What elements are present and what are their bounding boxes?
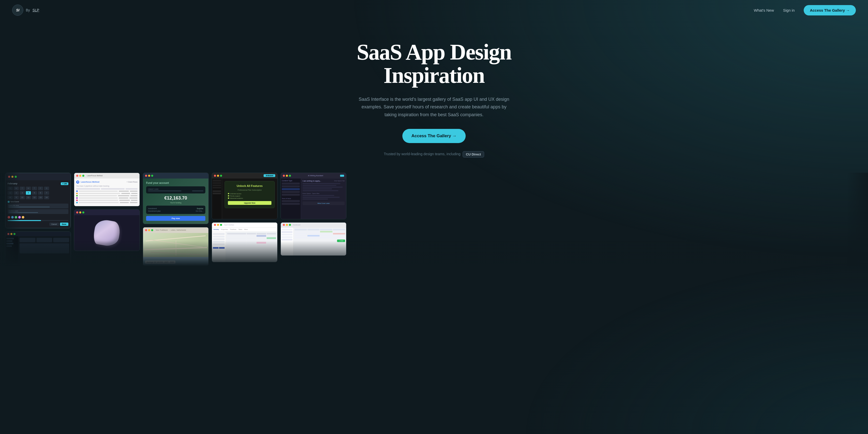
nav-links: What's New Sign in Access The Gallery → bbox=[754, 5, 856, 16]
navigation: SI By SLP What's New Sign in Access The … bbox=[0, 0, 868, 20]
hero-title: SaaS App Design Inspiration bbox=[320, 40, 548, 87]
screenshot-dark-dash bbox=[5, 231, 71, 265]
slp-link[interactable]: SLP bbox=[32, 8, 39, 12]
nav-access-gallery-button[interactable]: Access The Gallery → bbox=[804, 5, 856, 16]
trusted-brand-badge: CU Direct bbox=[463, 151, 484, 157]
screenshot-col-4: Artboard bbox=[212, 173, 278, 262]
screenshot-col-2: LaserFocus Method Laserfocus Method + Gr… bbox=[74, 173, 140, 251]
screenshot-map: New Trailblazer → Lübec, Netherlands bbox=[143, 227, 209, 266]
sign-in-link[interactable]: Sign in bbox=[783, 8, 795, 12]
screenshot-fund-account: Fund your account CREDIT CARD €12,163. bbox=[143, 173, 209, 224]
trusted-label: Trusted by world-leading design teams, i… bbox=[384, 152, 461, 156]
logo-icon: SI bbox=[12, 5, 23, 16]
screenshot-artboard-unlock: Artboard bbox=[212, 173, 278, 219]
screenshot-3d-shape bbox=[74, 209, 140, 251]
screenshots-wrapper: February + 140 S M T W T F S bbox=[0, 173, 868, 266]
screenshot-saas-dashboard: SaaS Interface Activity Properties Timel… bbox=[212, 222, 278, 262]
hero-access-gallery-button[interactable]: Access The Gallery → bbox=[402, 129, 466, 143]
screenshot-col-5: AI Writing Assistant Content Type bbox=[281, 173, 346, 256]
screenshot-ai-writing: AI Writing Assistant Content Type bbox=[281, 173, 346, 219]
hero-subtitle: SaaS Interface is the world's largest ga… bbox=[358, 95, 510, 119]
window-dot-yellow bbox=[11, 176, 13, 178]
screenshot-calendar: February + 140 S M T W T F S bbox=[5, 173, 71, 228]
screenshots-grid: February + 140 S M T W T F S bbox=[0, 173, 868, 266]
screenshot-col-3: Fund your account CREDIT CARD €12,163. bbox=[143, 173, 209, 266]
screenshot-laserfocus: LaserFocus Method Laserfocus Method + Gr… bbox=[74, 173, 140, 206]
unlock-all-features-text: Unlock All Features bbox=[228, 184, 272, 188]
window-dot-red bbox=[8, 176, 10, 178]
trusted-text: Trusted by world-leading design teams, i… bbox=[5, 151, 863, 157]
hero-section: SaaS App Design Inspiration SaaS Interfa… bbox=[0, 20, 868, 167]
window-dot-green bbox=[15, 176, 17, 178]
logo-area: SI By SLP bbox=[12, 5, 39, 16]
screenshots-section: February + 140 S M T W T F S bbox=[0, 167, 868, 266]
screenshot-data-table: Dashboard bbox=[281, 222, 346, 256]
whats-new-link[interactable]: What's New bbox=[754, 8, 774, 12]
screenshot-col-1: February + 140 S M T W T F S bbox=[5, 173, 71, 265]
by-label: By bbox=[26, 8, 30, 12]
